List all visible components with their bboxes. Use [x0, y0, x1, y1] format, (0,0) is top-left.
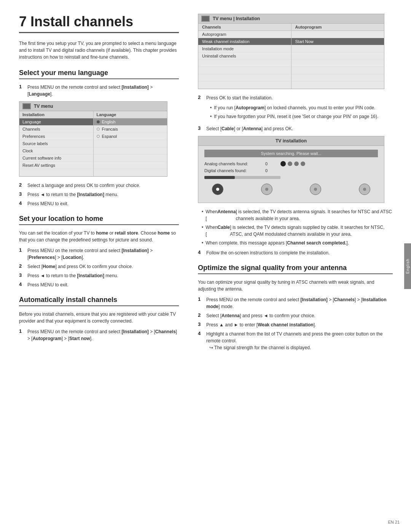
btn-dot-4	[363, 188, 366, 191]
step-3-1-num: 1	[19, 328, 26, 334]
uninstall-empty	[292, 53, 384, 60]
step-1-2: 2 Select a language and press OK to conf…	[19, 182, 179, 189]
step-1-4-text: Press MENU to exit.	[27, 200, 179, 207]
section2-title: Set your location to home	[19, 215, 179, 225]
tv-installation-body: System searching. Please wait... Analog …	[198, 146, 384, 199]
dot-1	[280, 161, 286, 166]
dot-4	[301, 161, 305, 166]
step-r3-num: 3	[198, 125, 205, 131]
step-s4-3-num: 3	[198, 321, 205, 327]
step-3-1-text: Press MENU on the remote control and sel…	[27, 328, 179, 342]
tv-installation-header: TV installation	[198, 136, 384, 146]
tv-installation-box: TV installation System searching. Please…	[198, 136, 384, 203]
lang-english: English	[94, 118, 167, 126]
section4-intro: You can optimize your signal quality by …	[198, 279, 393, 292]
step-s4-1-text: Press MENU on the remote control and sel…	[206, 296, 393, 310]
step-r2-text: Press OK to start the installation. If y…	[206, 94, 393, 123]
tv-menu-cols: Installation Language Channels Preferenc…	[19, 111, 167, 176]
footer-en: EN 21	[388, 520, 400, 524]
section4-title: Optimize the signal quality from your an…	[198, 264, 393, 274]
step-s4-3: 3 Press ▲ and ► to enter [Weak channel i…	[198, 321, 393, 328]
bullets-after-install: When [Antenna] is selected, the TV detec…	[202, 208, 393, 246]
section1-title: Select your menu language	[19, 69, 179, 79]
step-2-4-num: 4	[19, 281, 26, 287]
bullet-cable: When [Cable] is selected, the TV detects…	[202, 224, 393, 238]
menu-item-source-labels: Source labels	[19, 140, 93, 147]
install-btn-3[interactable]	[310, 184, 321, 195]
install-btn-1[interactable]	[212, 184, 223, 195]
tv-menu-right-header: TV menu | Installation	[198, 14, 384, 24]
step-r2-num: 2	[198, 94, 205, 100]
menu-item-language: Language	[19, 118, 93, 126]
progress-bar-container	[204, 176, 280, 179]
section3-title: Automatically install channels	[19, 296, 179, 306]
step-r2-bullets: If you run [Autoprogram] on locked chann…	[210, 104, 393, 120]
step-r4-text: Follow the on-screen instructions to com…	[206, 249, 393, 256]
start-now-item[interactable]: Start Now	[292, 38, 384, 45]
step-s4-4-num: 4	[198, 331, 205, 336]
step-2-2-num: 2	[19, 263, 26, 269]
lang-empty1	[94, 140, 167, 147]
lang-empty5	[94, 169, 167, 176]
menu-item-reset: Reset AV settings	[19, 162, 93, 169]
install-btn-2[interactable]	[261, 184, 272, 195]
step-2-3-num: 3	[19, 272, 26, 278]
step-1-1-num: 1	[19, 84, 26, 89]
step-s4-2: 2 Select [Antenna] and press ◄ to confir…	[198, 312, 393, 319]
menu-item-clock: Clock	[19, 147, 93, 155]
step-1-3-text: Press ◄ to return to the [Installation] …	[27, 191, 179, 198]
progress-dots	[280, 161, 307, 166]
step-r4: 4 Follow the on-screen instructions to c…	[198, 249, 393, 256]
install-mode-empty	[292, 45, 384, 53]
dot-2	[288, 161, 292, 166]
step-r3: 3 Select [Cable] or [Antenna] and press …	[198, 125, 393, 132]
channels-empty2	[198, 67, 291, 74]
install-searching: System searching. Please wait...	[204, 150, 378, 157]
radio-english	[97, 120, 100, 123]
digital-found-row: Digital channels found: 0	[204, 168, 378, 173]
page-title: 7 Install channels	[19, 14, 179, 33]
step-s4-4-text: Highlight a channel from the list of TV …	[206, 331, 393, 351]
step-1-2-num: 2	[19, 182, 26, 188]
channels-empty1	[198, 60, 291, 67]
radio-francais	[97, 128, 100, 131]
dot-3	[294, 161, 299, 166]
tv-right-col2-header: Autoprogram	[292, 24, 384, 31]
channels-install-mode: Installation mode	[198, 45, 291, 53]
tv-menu-title: TV menu	[34, 104, 53, 109]
install-buttons	[204, 184, 378, 195]
install-btn-4[interactable]	[359, 184, 370, 195]
channels-empty3	[198, 74, 291, 81]
step-s4-2-num: 2	[198, 312, 205, 318]
lang-empty3	[94, 155, 167, 162]
digital-val: 0	[265, 168, 273, 173]
step-2-2: 2 Select [Home] and press OK to confirm …	[19, 263, 179, 270]
tv-icon	[22, 103, 31, 109]
tv-col1-header: Installation	[19, 111, 93, 118]
side-tab: English	[404, 243, 411, 289]
btn-dot-2	[265, 188, 268, 191]
step-s4-2-text: Select [Antenna] and press ◄ to confirm …	[206, 312, 393, 319]
autoprogram-empty	[292, 31, 384, 38]
col2-empty2	[292, 67, 384, 74]
lang-espanol: Espanol	[94, 133, 167, 140]
menu-item-empty	[19, 169, 93, 176]
tv-right-col1-header: Channels	[198, 24, 291, 31]
radio-espanol	[97, 135, 100, 138]
channels-autoprogram: Autoprogram	[198, 31, 291, 38]
tv-menu-channels: TV menu | Installation Channels Autoprog…	[198, 14, 384, 89]
tv-col2-header: Language	[94, 111, 167, 118]
channels-empty4	[198, 81, 291, 89]
analog-found-row: Analog channels found: 0	[204, 161, 378, 166]
channels-weak: Weak channel installation	[198, 38, 291, 45]
tv-icon-right	[201, 16, 210, 22]
step-3-1: 1 Press MENU on the remote control and s…	[19, 328, 179, 342]
step-s4-3-text: Press ▲ and ► to enter [Weak channel ins…	[206, 321, 393, 328]
step-1-4-num: 4	[19, 200, 26, 206]
lang-empty2	[94, 147, 167, 155]
step-1-2-text: Select a language and press OK to confir…	[27, 182, 179, 189]
menu-item-preferences: Preferences	[19, 133, 93, 140]
tv-menu-language: TV menu Installation Language Channels P…	[19, 101, 167, 177]
tv-menu-right-col2: Autoprogram Start Now	[292, 24, 384, 89]
step-2-3: 3 Press ◄ to return to the [Installation…	[19, 272, 179, 279]
